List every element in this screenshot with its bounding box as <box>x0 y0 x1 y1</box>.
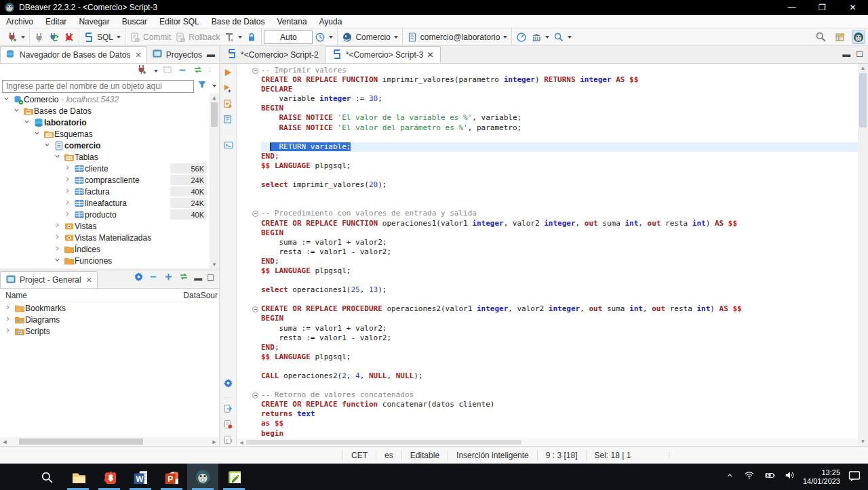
code-line-12[interactable] <box>237 171 858 180</box>
dashboard-button[interactable] <box>514 30 529 44</box>
chevron-down-icon[interactable] <box>54 257 63 265</box>
tree-item-tablas[interactable]: Tablas <box>0 151 210 163</box>
menu-ayuda[interactable]: Ayuda <box>313 15 349 28</box>
code-line-33[interactable]: CALL operaciones2(2, 4, NULL, NULL); <box>237 371 858 381</box>
column-name[interactable]: Name <box>5 291 27 300</box>
chevron-right-icon[interactable] <box>4 304 14 312</box>
new-connection-icon[interactable] <box>136 64 147 78</box>
chevron-down-icon[interactable] <box>13 107 22 115</box>
taskbar-search-icon[interactable] <box>31 464 62 490</box>
gear-icon[interactable] <box>222 377 234 389</box>
maximize-panel-icon[interactable]: ☐ <box>207 273 214 283</box>
minimize-panel-icon[interactable]: ▬ <box>842 49 850 59</box>
tree-item-bases-de-datos[interactable]: Bases de Datos <box>0 105 210 117</box>
link-editor-icon[interactable] <box>193 64 203 78</box>
chevron-right-icon[interactable] <box>54 234 63 242</box>
fold-marker-icon[interactable] <box>237 390 261 400</box>
chevron-right-icon[interactable] <box>4 327 14 335</box>
minimize-button[interactable]: — <box>776 0 807 15</box>
code-line-38[interactable]: as $$ <box>237 419 858 428</box>
chevron-down-icon[interactable] <box>54 153 63 161</box>
tree-item-esquemas[interactable]: Esquemas <box>0 128 210 140</box>
filter-icon[interactable] <box>197 79 208 93</box>
object-filter-input[interactable] <box>2 80 194 93</box>
fold-marker-icon[interactable] <box>237 66 261 75</box>
code-line-7[interactable]: RAISE NOTICE 'El valor del parámetro es … <box>237 123 858 133</box>
schema-selector[interactable]: comercio@laboratorio <box>405 30 510 44</box>
taskbar-brave-icon[interactable] <box>94 464 125 490</box>
tree-item-vistas-materializadas[interactable]: Vistas Materializadas <box>0 232 210 243</box>
view-menu-icon[interactable] <box>208 64 214 78</box>
new-folder-icon[interactable] <box>163 65 173 78</box>
project-item-diagrams[interactable]: Diagrams <box>0 314 219 325</box>
code-line-2[interactable]: CREATE OR REPLACE FUNCTION imprimir_valo… <box>237 75 858 85</box>
speaker-icon[interactable] <box>783 471 795 483</box>
project-item-bookmarks[interactable]: Bookmarks <box>0 302 219 314</box>
chevron-right-icon[interactable] <box>64 165 73 173</box>
sql-editor-button[interactable]: SQL <box>81 30 123 44</box>
taskbar-start-icon[interactable] <box>0 464 31 490</box>
execute-script-icon[interactable] <box>222 98 234 110</box>
project-hscrollbar[interactable]: ◄ ► <box>0 437 219 446</box>
tree-item-suma-int4-int4-[interactable]: fsuma(int4, int4) <box>0 266 210 268</box>
tree-item-lineafactura[interactable]: lineafactura24K <box>0 197 210 209</box>
close-button[interactable]: ✕ <box>837 0 868 15</box>
explain-plan-icon[interactable] <box>222 114 234 125</box>
chevron-right-icon[interactable] <box>4 316 14 324</box>
code-line-13[interactable]: select imprimir_valores(20); <box>237 180 858 190</box>
code-line-37[interactable]: returns text <box>237 409 858 419</box>
menu-navegar[interactable]: Navegar <box>73 15 115 28</box>
restore-button[interactable]: ❐ <box>807 0 837 15</box>
code-line-29[interactable]: resta := valor1 - valor2; <box>237 333 858 343</box>
code-line-30[interactable]: END; <box>237 343 858 352</box>
tree-item-laboratorio[interactable]: laboratorio <box>0 117 210 128</box>
code-line-34[interactable] <box>237 381 858 390</box>
sql-code-editor[interactable]: -- Imprimir valoresCREATE OR REPLACE FUN… <box>237 64 858 438</box>
link-editor-icon[interactable] <box>178 271 189 284</box>
code-line-10[interactable]: END; <box>237 152 858 161</box>
battery-icon[interactable] <box>762 471 776 483</box>
quick-access-search-button[interactable] <box>813 30 829 44</box>
fold-marker-icon[interactable] <box>237 209 261 218</box>
notifications-icon[interactable] <box>848 470 860 484</box>
transaction-log-button[interactable] <box>313 30 335 44</box>
execute-statement-icon[interactable] <box>222 67 234 79</box>
taskbar-word-icon[interactable]: W <box>125 464 156 490</box>
tree-item-comercio[interactable]: Comercio - localhost:5432 <box>0 94 210 105</box>
chevron-right-icon[interactable] <box>64 176 73 184</box>
minimize-panel-icon[interactable]: ▬ <box>207 49 215 59</box>
connection-selector[interactable]: Comercio <box>340 30 399 44</box>
code-line-25[interactable] <box>237 295 858 304</box>
code-line-8[interactable] <box>237 133 858 142</box>
chevron-right-icon[interactable] <box>64 188 73 196</box>
menu-editor-sql[interactable]: Editor SQL <box>153 15 205 28</box>
taskbar-explorer-icon[interactable] <box>62 464 94 490</box>
code-line-15[interactable] <box>237 199 858 209</box>
rollback-button[interactable]: Rollback <box>173 30 222 44</box>
tree-item-vistas[interactable]: Vistas <box>0 220 210 232</box>
database-tasks-button[interactable] <box>529 30 551 44</box>
code-line-20[interactable]: resta := valor1 - valor2; <box>237 247 858 257</box>
sql-console-icon[interactable] <box>222 140 234 151</box>
chevron-right-icon[interactable] <box>54 245 63 253</box>
code-line-19[interactable]: suma := valor1 + valor2; <box>237 238 858 247</box>
transaction-mode-button[interactable] <box>222 30 244 44</box>
code-line-26[interactable]: CREATE OR REPLACE PROCEDURE operaciones2… <box>237 304 858 314</box>
code-line-22[interactable]: $$ LANGUAGE plpgsql; <box>237 266 858 276</box>
close-icon[interactable]: ✕ <box>135 51 141 60</box>
save-file-icon[interactable] <box>222 419 234 430</box>
connect-button[interactable] <box>32 30 47 44</box>
code-line-16[interactable]: -- Procedimiento con valores de entrada … <box>237 209 858 218</box>
maximize-panel-icon[interactable]: ☐ <box>856 49 863 59</box>
script-file-icon[interactable]: { } <box>222 434 234 446</box>
menu-buscar[interactable]: Buscar <box>116 15 153 28</box>
code-line-3[interactable]: DECLARE <box>237 85 858 94</box>
chevron-down-icon[interactable] <box>43 142 53 150</box>
tree-item-cliente[interactable]: cliente56K <box>0 163 210 174</box>
code-line-39[interactable]: begin <box>237 429 858 438</box>
menu-editar[interactable]: Editar <box>39 15 73 28</box>
code-line-28[interactable]: suma := valor1 + valor2; <box>237 324 858 333</box>
tree-item-comprascliente[interactable]: comprascliente24K <box>0 174 210 186</box>
code-line-14[interactable] <box>237 190 858 199</box>
code-line-36[interactable]: CREATE OR REPLACE function concatenar(da… <box>237 400 858 409</box>
